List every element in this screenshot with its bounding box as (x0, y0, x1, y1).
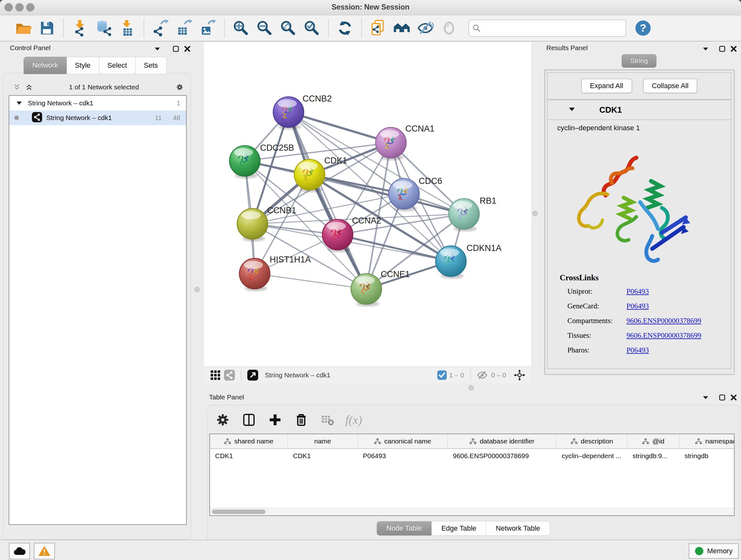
tab-select[interactable]: Select (99, 57, 136, 74)
scrollbar-thumb[interactable] (212, 509, 266, 514)
node-CDK1[interactable] (294, 159, 325, 192)
table-cell[interactable]: 9606.ENSP00000378699 (448, 449, 556, 463)
column-header-name[interactable]: name (288, 434, 358, 448)
tab-network-table[interactable]: Network Table (486, 521, 550, 536)
string-panel-toggle-icon[interactable] (222, 368, 237, 382)
tab-style[interactable]: Style (67, 57, 99, 74)
bottom-splitter-handle[interactable] (468, 385, 474, 390)
results-panel-menu-caret-icon[interactable] (701, 44, 711, 54)
tab-network[interactable]: Network (23, 57, 67, 74)
gene-disclosure-icon[interactable] (569, 107, 575, 113)
edge-HIST1H1A-CCNE1[interactable] (255, 273, 366, 289)
import-database-button[interactable] (94, 18, 114, 38)
node-RB1[interactable] (449, 199, 479, 232)
show-columns-icon[interactable] (241, 412, 257, 428)
network-row[interactable]: String Network – cdk1 11 48 (9, 111, 186, 125)
tab-node-table[interactable]: Node Table (377, 521, 431, 536)
open-in-new-window-icon[interactable] (246, 368, 260, 382)
crosslink-link[interactable]: 9606.ENSP00000378699 (626, 317, 701, 325)
column-header-namespace[interactable]: namespace (679, 434, 735, 448)
memory-button[interactable]: Memory (689, 543, 739, 559)
collapse-all-networks-icon[interactable] (12, 82, 22, 92)
redraw-network-button[interactable] (335, 18, 355, 38)
tab-string[interactable]: String (622, 54, 657, 68)
cloud-services-button[interactable] (9, 543, 30, 559)
first-neighbors-button[interactable] (392, 18, 412, 38)
gene-card-header[interactable]: CDK1 (548, 100, 731, 120)
open-session-button[interactable] (13, 18, 33, 38)
import-table-button[interactable] (118, 18, 137, 38)
edge-CCNB2-CCNA1[interactable] (288, 112, 391, 143)
table-panel-close-icon[interactable] (729, 393, 738, 402)
help-button[interactable]: ? (633, 18, 653, 38)
hierarchy-icon (642, 438, 649, 444)
zoom-fit-button[interactable] (278, 18, 298, 38)
results-panel-close-icon[interactable] (729, 44, 738, 54)
save-session-button[interactable] (37, 18, 57, 38)
import-network-button[interactable] (70, 18, 90, 38)
export-image-button[interactable] (198, 18, 218, 38)
node-CCNA1[interactable] (376, 127, 406, 160)
tab-sets[interactable]: Sets (136, 57, 166, 74)
zoom-selected-button[interactable] (302, 18, 322, 38)
right-splitter-handle[interactable] (532, 211, 538, 216)
results-panel-float-icon[interactable] (718, 44, 727, 54)
network-graph[interactable]: CCNB2CCNA1CDC25BCDK1CDC6RB1CCNB1CCNA2CDK… (203, 42, 531, 367)
column-header-canonical-name[interactable]: canonical name (358, 434, 448, 448)
birdseye-grid-icon[interactable] (208, 368, 222, 382)
expand-all-networks-icon[interactable] (24, 82, 34, 92)
control-panel-float-icon[interactable] (171, 44, 181, 54)
export-table-button[interactable] (174, 18, 194, 38)
delete-column-trash-icon[interactable] (293, 412, 310, 428)
collection-count: 1 (177, 99, 180, 107)
zoom-in-button[interactable] (231, 18, 251, 38)
node-CCNE1[interactable] (351, 273, 382, 307)
export-network-button[interactable] (151, 18, 171, 38)
hide-selected-button[interactable] (415, 18, 435, 38)
control-panel-menu-caret-icon[interactable] (152, 44, 162, 54)
crosslink-link[interactable]: 9606.ENSP00000378699 (626, 331, 701, 340)
node-CDKN1A[interactable] (435, 246, 466, 279)
status-bar (0, 540, 741, 560)
column-header-shared-name[interactable]: shared name (210, 434, 288, 448)
fit-selected-crosshair-icon[interactable] (513, 368, 527, 382)
column-header-description[interactable]: description (556, 434, 627, 448)
crosslink-link[interactable]: P06493 (626, 346, 649, 354)
collapse-all-button[interactable]: Collapse All (643, 78, 697, 93)
new-network-from-selection-button[interactable] (368, 18, 388, 38)
table-cell[interactable]: cyclin–dependent ... (556, 449, 627, 463)
node-HIST1H1A[interactable] (239, 258, 270, 291)
table-panel-menu-caret-icon[interactable] (701, 393, 711, 402)
search-input[interactable] (483, 24, 622, 32)
collection-disclosure-icon[interactable] (16, 99, 22, 107)
node-CCNB1[interactable] (237, 208, 268, 241)
table-horizontal-scrollbar[interactable] (210, 508, 734, 515)
column-header-database-identifier[interactable]: database identifier (448, 434, 556, 448)
node-CDC25B[interactable] (229, 145, 260, 179)
network-options-gear-icon[interactable] (175, 82, 185, 92)
zoom-out-button[interactable] (255, 18, 274, 38)
table-cell[interactable]: stringdb:9... (627, 449, 679, 463)
tab-edge-table[interactable]: Edge Table (431, 521, 486, 536)
network-collection-row[interactable]: String Network – cdk1 1 (9, 96, 186, 111)
crosslink-link[interactable]: P06493 (626, 287, 649, 296)
node-table[interactable]: shared namenamecanonical namedatabase id… (209, 434, 735, 516)
edge-CCNA2-CDKN1A[interactable] (338, 235, 451, 261)
column-header--id[interactable]: @id (627, 434, 679, 448)
table-settings-gear-icon[interactable] (214, 412, 231, 428)
crosslink-link[interactable]: P06493 (626, 302, 649, 310)
node-CDC6[interactable] (389, 179, 419, 211)
control-panel-close-icon[interactable] (183, 44, 192, 54)
table-cell[interactable]: CDK1 (288, 449, 358, 463)
table-cell[interactable]: stringdb (679, 449, 735, 463)
warnings-button[interactable] (34, 543, 55, 559)
table-cell[interactable]: CDK1 (210, 449, 288, 463)
left-splitter-handle[interactable] (194, 287, 200, 292)
expand-all-button[interactable]: Expand All (581, 78, 632, 93)
global-search-input[interactable] (468, 19, 626, 37)
redraw-network-icon (336, 19, 354, 37)
table-panel-float-icon[interactable] (718, 393, 727, 402)
crosslink-label: Tissues: (567, 331, 626, 340)
table-cell[interactable]: P06493 (358, 449, 448, 463)
create-column-plus-icon[interactable] (267, 412, 283, 428)
